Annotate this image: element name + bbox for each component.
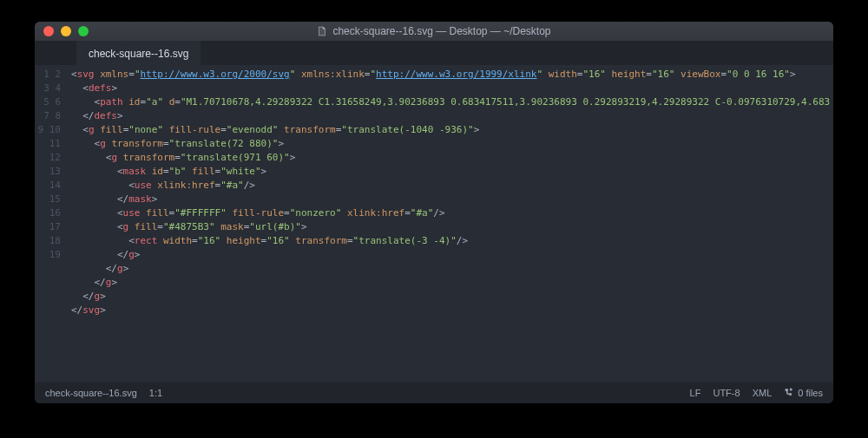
file-icon xyxy=(317,26,327,36)
git-branch-icon xyxy=(784,387,794,399)
status-filename[interactable]: check-square--16.svg xyxy=(45,388,137,398)
minimize-icon[interactable] xyxy=(61,26,71,36)
titlebar[interactable]: check-square--16.svg — Desktop — ~/Deskt… xyxy=(35,22,833,41)
status-git[interactable]: 0 files xyxy=(784,387,823,399)
editor-window: check-square--16.svg — Desktop — ~/Deskt… xyxy=(35,22,833,403)
gutter: 1 2 3 4 5 6 7 8 9 10 11 12 13 14 15 16 1… xyxy=(35,65,71,382)
maximize-icon[interactable] xyxy=(78,26,89,36)
tab-label: check-square--16.svg xyxy=(89,48,188,60)
status-git-text: 0 files xyxy=(798,388,823,398)
close-icon[interactable] xyxy=(43,26,54,36)
status-encoding[interactable]: UTF-8 xyxy=(713,388,740,398)
status-bar: check-square--16.svg 1:1 LF UTF-8 XML 0 … xyxy=(35,382,833,403)
tab-file[interactable]: check-square--16.svg xyxy=(76,41,201,65)
traffic-lights xyxy=(35,26,89,36)
tab-bar[interactable]: check-square--16.svg xyxy=(35,41,833,65)
status-language[interactable]: XML xyxy=(753,388,773,398)
status-cursor[interactable]: 1:1 xyxy=(149,388,162,398)
code-content[interactable]: <svg xmlns="http://www.w3.org/2000/svg" … xyxy=(71,65,833,382)
window-title: check-square--16.svg — Desktop — ~/Deskt… xyxy=(332,25,550,37)
editor-area[interactable]: 1 2 3 4 5 6 7 8 9 10 11 12 13 14 15 16 1… xyxy=(35,65,833,382)
status-eol[interactable]: LF xyxy=(690,388,701,398)
